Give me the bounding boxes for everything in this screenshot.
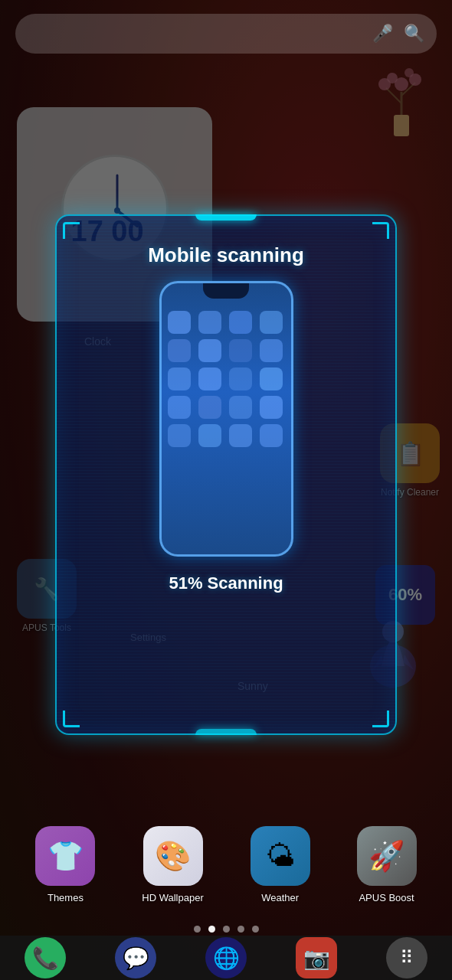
phone-app-dot [229,424,252,447]
wallpaper-icon-emoji: 🎨 [155,839,191,873]
page-dot-1[interactable] [194,926,201,933]
themes-icon-emoji: 👕 [47,839,84,873]
apusboost-icon[interactable]: 🚀 [357,826,417,886]
corner-tr [372,222,389,239]
corner-bl [63,710,80,727]
phone-app-dot [168,424,191,447]
phone-app-dot [229,396,252,419]
browser-nav-icon: 🌐 [213,946,240,971]
apusboost-icon-emoji: 🚀 [368,839,405,873]
mic-icon[interactable]: 🎤 [372,24,393,44]
phone-mockup [159,281,293,557]
phone-app-dot [260,311,283,334]
corner-br [372,710,389,727]
themes-label: Themes [47,892,84,903]
phone-app-grid [162,305,291,453]
corner-tl [63,222,80,239]
wallpaper-icon[interactable]: 🎨 [143,826,203,886]
weather-label: Weather [261,892,299,903]
phone-app-dot [168,339,191,362]
apps-nav-icon: ⠿ [400,947,414,969]
nav-message[interactable]: 💬 [115,937,156,978]
dock-app-weather[interactable]: 🌤 Weather [251,826,310,903]
phone-app-dot [198,424,221,447]
page-dots [0,926,452,933]
nav-phone[interactable]: 📞 [25,937,66,978]
apusboost-label: APUS Boost [359,892,414,903]
dock-apps: 👕 Themes 🎨 HD Wallpaper 🌤 Weather 🚀 APUS… [0,826,452,903]
phone-app-dot [198,368,221,390]
search-icon[interactable]: 🔍 [404,24,424,44]
phone-app-dot [260,396,283,419]
phone-nav-icon: 📞 [32,946,59,971]
search-bar[interactable]: 🎤 🔍 [15,14,437,54]
phone-app-dot [198,311,221,334]
camera-nav-icon: 📷 [303,946,330,971]
phone-notch [203,283,249,299]
phone-app-dot [168,396,191,419]
dock-app-themes[interactable]: 👕 Themes [35,826,95,903]
phone-app-dot [260,339,283,362]
phone-app-dot [168,368,191,390]
scan-progress-text: 51% Scanning [169,573,283,593]
bottom-nav: 📞 💬 🌐 📷 ⠿ [0,936,452,980]
phone-app-dot [229,339,252,362]
dock-app-wallpaper[interactable]: 🎨 HD Wallpaper [142,826,203,903]
nav-camera[interactable]: 📷 [296,937,337,978]
weather-icon[interactable]: 🌤 [251,826,310,886]
phone-app-dot [260,368,283,390]
phone-app-dot [198,396,221,419]
page-dot-5[interactable] [252,926,259,933]
page-dot-4[interactable] [237,926,244,933]
page-dot-2[interactable] [208,926,215,933]
weather-icon-emoji: 🌤 [266,840,295,873]
page-dot-3[interactable] [223,926,230,933]
dock-app-apusboost[interactable]: 🚀 APUS Boost [357,826,417,903]
phone-app-dot [229,311,252,334]
phone-app-dot [198,339,221,362]
phone-app-dot [168,311,191,334]
message-nav-icon: 💬 [123,946,149,971]
scan-title: Mobile scanning [148,243,304,267]
nav-apps[interactable]: ⠿ [386,937,427,978]
scan-modal: Mobile scanning [55,214,397,735]
scan-frame: Mobile scanning [55,214,397,735]
phone-app-dot [260,424,283,447]
themes-icon[interactable]: 👕 [35,826,95,886]
phone-app-dot [229,368,252,390]
nav-browser[interactable]: 🌐 [205,937,247,978]
wallpaper-label: HD Wallpaper [142,892,203,903]
